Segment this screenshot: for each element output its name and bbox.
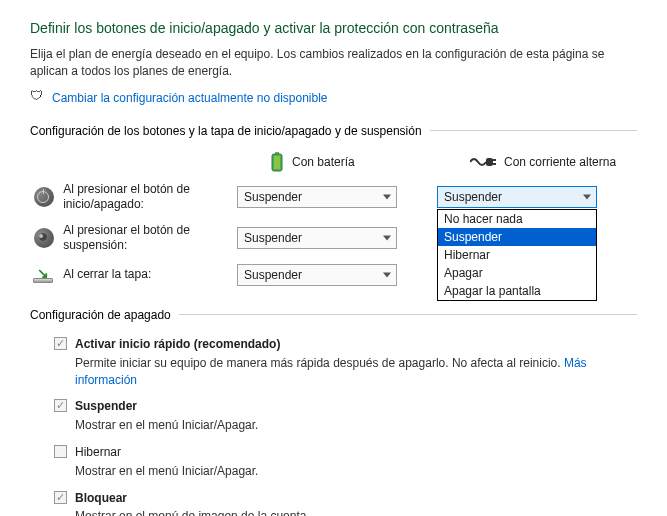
sleep-battery-value: Suspender: [244, 231, 302, 245]
chevron-down-icon: [583, 195, 591, 200]
svg-rect-3: [486, 158, 493, 166]
page-title: Definir los botones de inicio/apagado y …: [30, 20, 637, 36]
page-description: Elija el plan de energía deseado en el e…: [30, 46, 637, 80]
section2-title: Configuración de apagado: [30, 308, 171, 322]
hibernate-checkbox[interactable]: [54, 445, 67, 458]
power-ac-select[interactable]: Suspender: [437, 186, 597, 208]
uac-link[interactable]: Cambiar la configuración actualmente no …: [52, 91, 328, 105]
lid-icon: [33, 267, 55, 283]
row-sleep-label: Al presionar el botón de suspensión:: [57, 223, 237, 254]
fast-startup-desc: Permite iniciar su equipo de manera más …: [75, 355, 637, 389]
fast-startup-title: Activar inicio rápido (recomendado): [75, 336, 637, 353]
dropdown-option[interactable]: Apagar: [438, 264, 596, 282]
suspend-checkbox[interactable]: [54, 399, 67, 412]
plug-icon: [470, 155, 496, 169]
sleep-button-icon: [34, 228, 54, 248]
power-ac-value: Suspender: [444, 190, 502, 204]
chevron-down-icon: [383, 272, 391, 277]
dropdown-option[interactable]: No hacer nada: [438, 210, 596, 228]
row-power-label: Al presionar el botón de inicio/apagado:: [57, 182, 237, 213]
dropdown-option[interactable]: Hibernar: [438, 246, 596, 264]
dropdown-option[interactable]: Apagar la pantalla: [438, 282, 596, 300]
lock-title: Bloquear: [75, 490, 310, 507]
power-ac-dropdown: No hacer nada Suspender Hibernar Apagar …: [437, 209, 597, 301]
hibernate-desc: Mostrar en el menú Iniciar/Apagar.: [75, 463, 258, 480]
lid-battery-select[interactable]: Suspender: [237, 264, 397, 286]
divider: [179, 314, 637, 315]
lock-checkbox[interactable]: [54, 491, 67, 504]
suspend-desc: Mostrar en el menú Iniciar/Apagar.: [75, 417, 258, 434]
divider: [430, 130, 637, 131]
power-button-icon: [34, 187, 54, 207]
svg-rect-2: [274, 156, 280, 169]
shield-icon: [30, 90, 46, 106]
sleep-battery-select[interactable]: Suspender: [237, 227, 397, 249]
power-battery-value: Suspender: [244, 190, 302, 204]
lock-desc: Mostrar en el menú de imagen de la cuent…: [75, 508, 310, 516]
col-battery-label: Con batería: [292, 155, 355, 169]
chevron-down-icon: [383, 195, 391, 200]
power-battery-select[interactable]: Suspender: [237, 186, 397, 208]
suspend-title: Suspender: [75, 398, 258, 415]
hibernate-title: Hibernar: [75, 444, 258, 461]
svg-rect-4: [493, 159, 496, 161]
row-lid-label: Al cerrar la tapa:: [57, 267, 237, 283]
svg-rect-5: [493, 163, 496, 165]
section1-title: Configuración de los botones y la tapa d…: [30, 124, 422, 138]
col-ac-label: Con corriente alterna: [504, 155, 616, 169]
fast-startup-checkbox[interactable]: [54, 337, 67, 350]
dropdown-option[interactable]: Suspender: [438, 228, 596, 246]
chevron-down-icon: [383, 236, 391, 241]
lid-battery-value: Suspender: [244, 268, 302, 282]
battery-icon: [270, 152, 284, 172]
